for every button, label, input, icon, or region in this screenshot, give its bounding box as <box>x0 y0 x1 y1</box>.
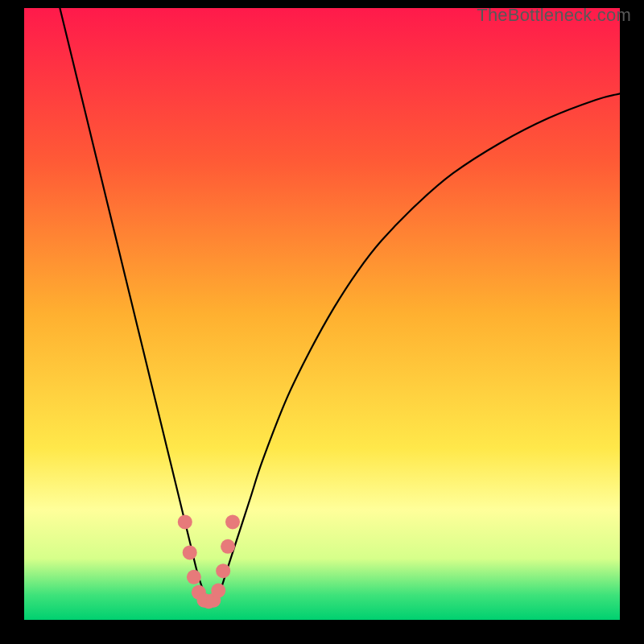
highlight-dot <box>178 514 192 529</box>
bottleneck-chart <box>24 8 620 620</box>
highlight-dot <box>211 584 225 598</box>
highlight-dot <box>225 514 240 529</box>
highlight-dot <box>221 539 235 554</box>
highlight-dot <box>187 570 201 584</box>
highlight-dot <box>216 564 230 578</box>
chart-background <box>24 8 620 620</box>
chart-frame <box>24 8 620 620</box>
highlight-dot <box>183 545 197 559</box>
watermark-text: TheBottleneck.com <box>477 5 631 26</box>
